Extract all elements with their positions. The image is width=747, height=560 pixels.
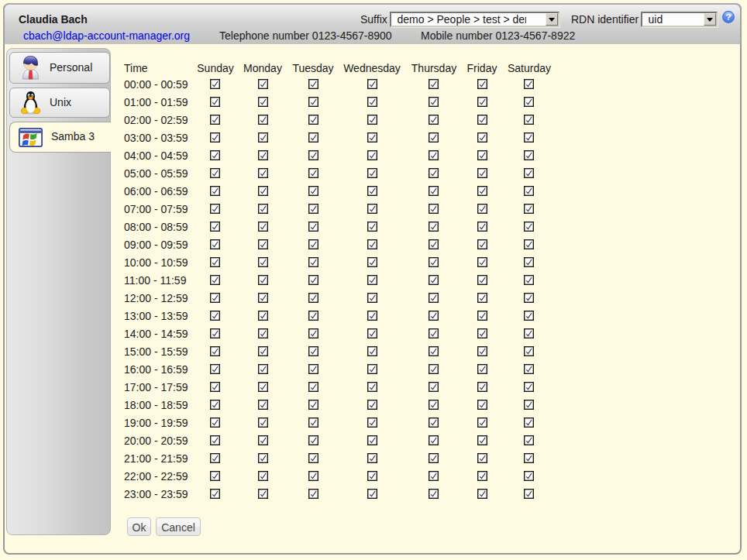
svg-text:?: ? <box>725 12 731 22</box>
